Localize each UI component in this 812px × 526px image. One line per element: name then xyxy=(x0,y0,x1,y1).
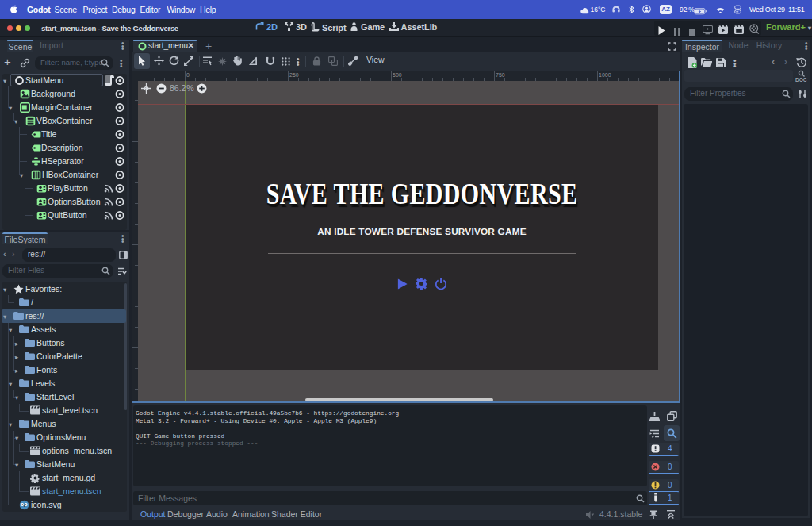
svg-text:DOC: DOC xyxy=(795,77,807,83)
